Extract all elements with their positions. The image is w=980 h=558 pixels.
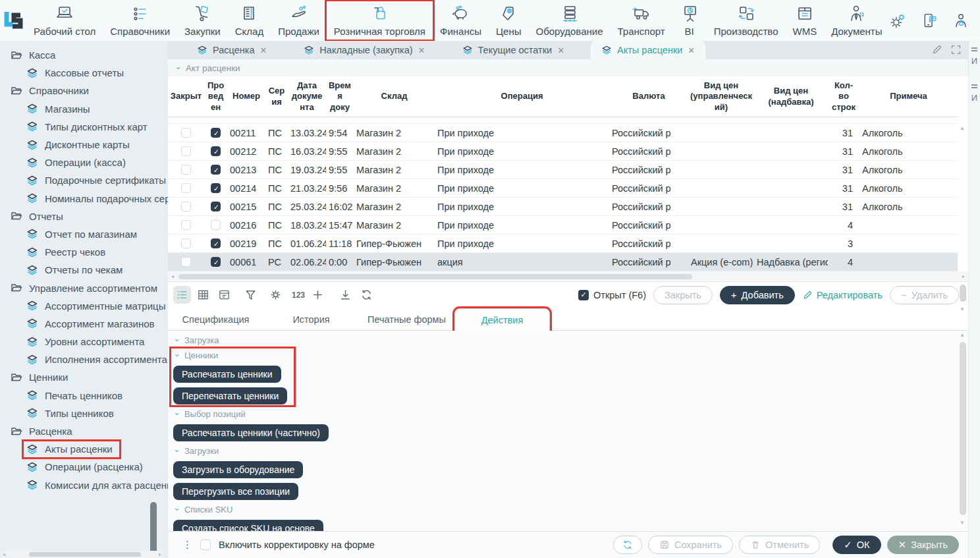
posted-checkbox[interactable] [211, 238, 221, 248]
cancel-button[interactable]: Отменить [739, 536, 820, 554]
closed-checkbox[interactable] [181, 238, 191, 248]
tab-close-icon[interactable] [557, 46, 564, 55]
add-button[interactable]: +Добавить [720, 286, 795, 304]
column-header-number[interactable]: Номер [227, 91, 265, 101]
column-header-row-count[interactable]: Кол-во строк [828, 80, 859, 113]
column-header-date[interactable]: Дата документа [288, 80, 326, 113]
menu-item-wms[interactable]: WMS [785, 1, 824, 40]
expand-icon[interactable] [950, 44, 962, 55]
sidebar-horizontal-scrollbar[interactable]: ◂ ▸ [1, 551, 163, 558]
table-view-button[interactable] [194, 286, 212, 304]
action-button[interactable]: Перегрузить все позиции [173, 483, 298, 500]
sidebar-tree-item[interactable]: Дисконтные карты [0, 136, 168, 153]
close-document-button[interactable]: Закрыть [653, 286, 713, 304]
detail-tab[interactable]: Действия [454, 308, 550, 331]
sidebar-tree-item[interactable]: Номиналы подарочных сертифика [0, 190, 168, 208]
action-button[interactable]: Распечатать ценники (частично) [173, 424, 329, 441]
delete-button[interactable]: −Удалить [890, 286, 959, 304]
posted-checkbox[interactable] [211, 220, 221, 230]
collapsed-panel-tab[interactable]: И [969, 47, 979, 66]
detail-tab[interactable]: Спецификация [168, 308, 263, 330]
document-tab[interactable]: Текущие остатки [452, 41, 576, 59]
menu-item-documents[interactable]: Документы [824, 1, 889, 40]
tab-close-icon[interactable] [259, 46, 267, 55]
detail-tab[interactable]: История [263, 308, 359, 330]
action-button[interactable]: Создать список SKU на основе [173, 520, 323, 531]
sidebar-tree-item[interactable]: Операции (касса) [0, 153, 168, 171]
sidebar-tree-item[interactable]: Отчеты по чекам [0, 261, 168, 279]
closed-checkbox[interactable] [181, 220, 191, 230]
add-column-button[interactable] [309, 286, 327, 304]
posted-checkbox[interactable] [211, 165, 221, 175]
table-horizontal-scrollbar[interactable]: ◂ ▸ [168, 271, 968, 282]
menu-item-production[interactable]: Производство [707, 1, 786, 40]
detail-tab[interactable]: Печатные формы [359, 308, 454, 330]
column-header-series[interactable]: Серия [265, 86, 288, 107]
table-horizontal-scrollbar-thumb[interactable] [178, 274, 692, 279]
table-row[interactable]: 00216 ПС 18.03.24 15:47 Магазин 2 При пр… [168, 216, 958, 235]
document-tab[interactable]: Акты расценки [591, 41, 705, 59]
table-row[interactable]: 00211 ПС 13.03.24 9:54 Магазин 2 При при… [168, 124, 958, 142]
sidebar-tree-item[interactable]: Управление ассортиментом [0, 279, 168, 296]
refresh-button[interactable] [613, 536, 642, 554]
phone-message-icon[interactable] [921, 12, 939, 30]
sidebar-vertical-scrollbar-thumb[interactable] [150, 502, 157, 557]
scroll-down-icon[interactable]: ▼ [960, 306, 965, 312]
tab-close-icon[interactable] [688, 46, 695, 55]
edit-button[interactable]: Редактировать [802, 290, 883, 300]
collapsed-panel-tab[interactable]: И [969, 84, 979, 103]
action-button[interactable]: Распечатать ценники [173, 366, 281, 383]
download-button[interactable] [337, 286, 354, 304]
kebab-menu-icon[interactable] [182, 539, 192, 551]
action-button[interactable]: Перепечатать ценники [173, 387, 287, 405]
table-vertical-scrollbar[interactable]: ▲ ▼ [959, 125, 967, 312]
column-header-currency[interactable]: Валюта [609, 91, 688, 101]
table-row[interactable]: 00219 ПС 01.06.24 11:18 Гипер-Фьюжен При… [168, 235, 958, 253]
menu-item-equipment[interactable]: Оборудование [529, 1, 611, 40]
sidebar-tree-item[interactable]: Ценники [0, 368, 168, 386]
sidebar-tree-item[interactable]: Магазины [0, 100, 168, 118]
ok-button[interactable]: ✓ОК [832, 536, 881, 554]
actions-vertical-scrollbar[interactable]: ▲ ▼ [959, 332, 967, 526]
sync-button[interactable] [358, 286, 375, 304]
sidebar-tree-item[interactable]: Операции (расценка) [0, 458, 168, 476]
sidebar-tree-item[interactable]: Печать ценников [0, 387, 168, 405]
table-row[interactable]: 00213 ПС 19.03.24 9:55 Магазин 2 При при… [168, 161, 958, 179]
scroll-right-icon[interactable]: ▸ [962, 273, 965, 279]
user-lock-icon[interactable] [952, 12, 970, 30]
close-form-button[interactable]: ✕Закрыть [887, 536, 959, 554]
sidebar-tree-item[interactable]: Реестр чеков [0, 243, 168, 261]
table-vertical-scrollbar-thumb[interactable] [960, 285, 966, 302]
edit-pencil-icon[interactable] [931, 44, 942, 55]
posted-checkbox[interactable] [211, 146, 221, 156]
sidebar-tree-item[interactable]: Справочники [0, 82, 168, 99]
column-header-posted[interactable]: Проведен [204, 80, 227, 113]
settings-gears-icon[interactable] [889, 12, 907, 30]
menu-item-warehouse[interactable]: Склад [228, 1, 271, 40]
menu-item-retail[interactable]: Розничная торговля [327, 1, 433, 40]
sidebar-tree-item[interactable]: Кассовые отчеты [0, 64, 168, 82]
menu-item-desktop[interactable]: Рабочий стол [26, 1, 103, 40]
menu-item-catalogs[interactable]: Справочники [103, 1, 177, 40]
action-button[interactable]: Загрузить в оборудование [173, 461, 303, 478]
list-view-button[interactable] [173, 286, 191, 304]
sidebar-tree-item[interactable]: Ассортимент магазинов [0, 315, 168, 333]
document-tab[interactable]: Расценка [186, 41, 277, 59]
posted-checkbox[interactable] [211, 202, 221, 211]
sidebar-tree-item[interactable]: Отчет по магазинам [0, 225, 168, 243]
document-tab[interactable]: Накладные (закупка) [293, 41, 435, 59]
sidebar-tree-item[interactable]: Комиссии для акта расценки [0, 476, 168, 494]
section-header[interactable]: Списки SKU [173, 505, 955, 515]
sidebar-tree-item[interactable]: Касса [0, 46, 168, 64]
form-correction-checkbox[interactable] [200, 540, 211, 550]
card-view-button[interactable] [215, 286, 233, 304]
open-filter-checkbox[interactable] [578, 290, 589, 300]
section-header[interactable]: Загрузка [173, 335, 955, 345]
scroll-down-icon[interactable]: ▼ [960, 520, 965, 526]
section-header[interactable]: Ценники [173, 350, 955, 360]
menu-item-sales[interactable]: Продажи [271, 1, 327, 40]
menu-item-transport[interactable]: Транспорт [611, 1, 672, 40]
table-row[interactable]: 00214 ПС 21.03.24 9:56 Магазин 2 При при… [168, 179, 958, 198]
sidebar-tree-item[interactable]: Отчеты [0, 208, 168, 225]
column-header-note[interactable]: Примеча [859, 91, 958, 101]
